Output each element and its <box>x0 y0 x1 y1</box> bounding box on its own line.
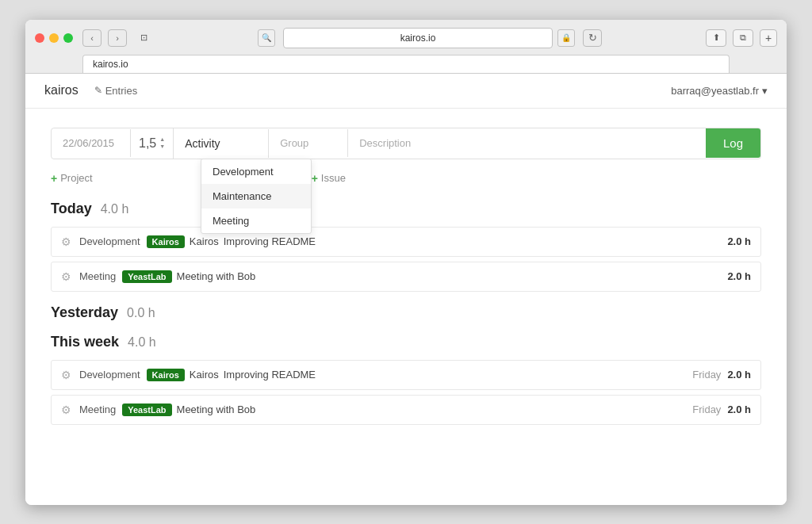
tab-label: kairos.io <box>93 59 128 70</box>
entry-day: Friday <box>692 369 721 381</box>
hours-up-arrow[interactable]: ▲ <box>159 136 165 143</box>
entry-form: 22/06/2015 1,5 ▲ ▼ Activity Group Descri… <box>51 128 761 159</box>
entry-day: Friday <box>692 404 721 415</box>
entry-type: Development <box>79 369 140 381</box>
active-tab[interactable]: kairos.io <box>82 55 730 73</box>
toolbar-icons: ⬆ ⧉ + <box>706 29 777 47</box>
reload-button[interactable]: ↻ <box>583 29 602 47</box>
url-text: kairos.io <box>400 33 436 44</box>
badge-kairos: Kairos <box>147 235 185 248</box>
log-button[interactable]: Log <box>706 128 760 158</box>
hours-spinner[interactable]: ▲ ▼ <box>159 136 165 150</box>
sub-row: + Project + Issue <box>51 172 761 185</box>
entry-description: Improving README <box>224 369 693 381</box>
section-thisweek-title: This week <box>51 334 119 350</box>
entries-link[interactable]: ✎ Entries <box>94 85 137 97</box>
dropdown-item-maintenance[interactable]: Maintenance <box>201 184 311 208</box>
entry-project: Kairos <box>190 369 219 381</box>
browser-controls: ‹ › ⊡ 🔍 kairos.io 🔒 ↻ ⬆ ⧉ + <box>35 28 777 48</box>
entry-hours: 2.0 h <box>727 404 751 415</box>
group-field[interactable]: Group <box>269 129 348 157</box>
gear-icon[interactable]: ⚙ <box>61 369 71 381</box>
user-email: barraq@yeastlab.fr <box>671 85 759 97</box>
address-bar-area: 🔍 kairos.io 🔒 ↻ <box>160 28 699 48</box>
section-yesterday-title: Yesterday <box>51 304 118 320</box>
url-bar[interactable]: kairos.io <box>283 28 553 48</box>
entry-type: Meeting <box>79 404 116 415</box>
issue-label: Issue <box>321 172 346 184</box>
entry-description: Meeting with Bob <box>177 404 693 415</box>
hours-value: 1,5 <box>139 136 156 151</box>
plus-project-icon: + <box>51 172 57 185</box>
new-tab-button[interactable]: + <box>760 29 777 47</box>
section-today-hours: 4.0 h <box>101 202 129 216</box>
dropdown-item-development[interactable]: Development <box>201 159 311 184</box>
gear-icon[interactable]: ⚙ <box>61 235 71 248</box>
share-button[interactable]: ⬆ <box>706 29 726 47</box>
activity-field[interactable]: Activity <box>174 129 269 158</box>
minimize-button[interactable] <box>49 33 59 43</box>
section-today-header: Today 4.0 h <box>51 201 761 217</box>
section-thisweek-hours: 4.0 h <box>128 335 156 349</box>
app-nav: kairos ✎ Entries barraq@yeastlab.fr ▾ <box>25 74 787 109</box>
search-icon: 🔍 <box>258 29 275 47</box>
entry-type: Meeting <box>79 270 116 282</box>
section-yesterday-hours: 0.0 h <box>127 306 155 319</box>
badge-kairos: Kairos <box>147 369 185 381</box>
security-icon: 🔒 <box>557 29 575 47</box>
main-content: 22/06/2015 1,5 ▲ ▼ Activity Group Descri… <box>25 109 787 505</box>
add-project[interactable]: + Project <box>51 172 93 185</box>
hours-down-arrow[interactable]: ▼ <box>159 143 165 150</box>
table-row: ⚙ Meeting YeastLab Meeting with Bob 2.0 … <box>51 262 761 292</box>
dropdown-item-meeting[interactable]: Meeting <box>201 208 311 233</box>
maximize-button[interactable] <box>63 33 73 43</box>
entry-project: Kairos <box>190 235 219 247</box>
table-row: ⚙ Meeting YeastLab Meeting with Bob Frid… <box>51 395 761 425</box>
entry-hours: 2.0 h <box>727 235 751 247</box>
badge-yeastlab: YeastLab <box>122 270 171 283</box>
browser-window: ‹ › ⊡ 🔍 kairos.io 🔒 ↻ ⬆ ⧉ + <box>25 20 787 505</box>
section-today: Today 4.0 h ⚙ Development Kairos Kairos … <box>51 201 761 292</box>
section-yesterday: Yesterday 0.0 h <box>51 304 761 321</box>
gear-icon[interactable]: ⚙ <box>61 270 71 283</box>
table-row: ⚙ Development Kairos Kairos Improving RE… <box>51 360 761 390</box>
gear-icon[interactable]: ⚙ <box>61 404 71 416</box>
entry-hours: 2.0 h <box>727 270 751 282</box>
section-thisweek: This week 4.0 h ⚙ Development Kairos Kai… <box>51 334 761 425</box>
app-logo: kairos <box>44 83 79 98</box>
section-thisweek-header: This week 4.0 h <box>51 334 761 350</box>
activity-dropdown: Development Maintenance Meeting <box>201 159 312 234</box>
user-caret-icon: ▾ <box>762 85 768 97</box>
entry-description: Improving README <box>224 235 728 247</box>
add-issue[interactable]: + Issue <box>312 172 346 185</box>
badge-yeastlab: YeastLab <box>122 404 171 416</box>
table-row: ⚙ Development Kairos Kairos Improving RE… <box>51 227 761 257</box>
hours-field[interactable]: 1,5 ▲ ▼ <box>131 128 174 159</box>
entry-description: Meeting with Bob <box>177 270 728 282</box>
back-button[interactable]: ‹ <box>82 29 102 47</box>
section-today-title: Today <box>51 201 92 216</box>
close-button[interactable] <box>35 33 44 43</box>
entry-hours: 2.0 h <box>727 369 751 381</box>
reader-view-button[interactable]: ⊡ <box>133 29 154 47</box>
entries-icon: ✎ <box>94 85 102 96</box>
section-yesterday-header: Yesterday 0.0 h <box>51 304 761 321</box>
project-label: Project <box>60 172 92 184</box>
tabs-button[interactable]: ⧉ <box>733 29 753 47</box>
description-field[interactable]: Description <box>348 129 706 157</box>
forward-button[interactable]: › <box>108 29 127 47</box>
entry-type: Development <box>79 235 140 247</box>
date-field[interactable]: 22/06/2015 <box>52 129 131 157</box>
browser-chrome: ‹ › ⊡ 🔍 kairos.io 🔒 ↻ ⬆ ⧉ + <box>25 20 787 74</box>
traffic-lights <box>35 33 73 43</box>
plus-issue-icon: + <box>312 172 318 185</box>
user-menu[interactable]: barraq@yeastlab.fr ▾ <box>671 85 768 97</box>
